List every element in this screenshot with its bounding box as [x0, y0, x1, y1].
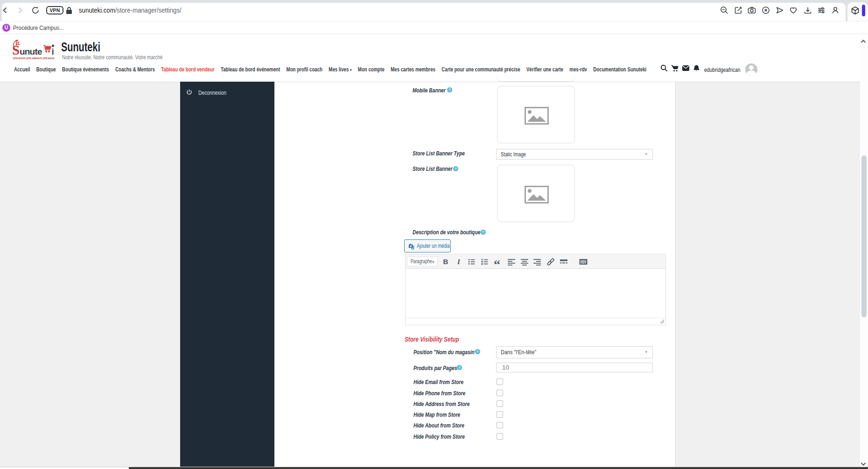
svg-text:i: i: [52, 47, 54, 56]
svg-text:S: S: [13, 42, 20, 57]
svg-text:unute: unute: [20, 47, 42, 56]
svg-text:NOTRE RÉUSSITE. NOTRE COMMUNAU: NOTRE RÉUSSITE. NOTRE COMMUNAUTÉ. NOTRE …: [13, 56, 55, 60]
